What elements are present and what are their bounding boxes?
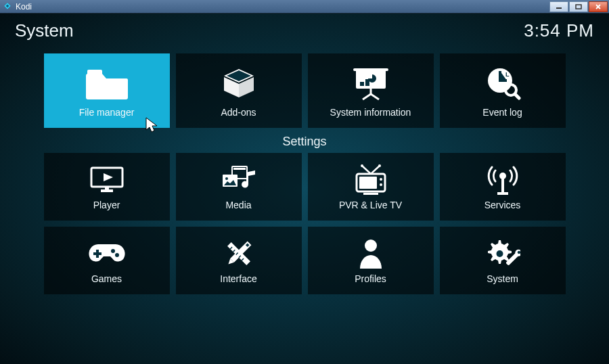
svg-rect-19 [105,187,109,189]
svg-point-33 [499,173,506,179]
tile-event-log[interactable]: L Event log [440,53,566,128]
svg-line-24 [362,166,371,174]
tile-label: Interface [220,273,256,284]
broadcast-icon [486,163,520,197]
window-titlebar: Kodi [0,0,609,14]
gear-wrench-icon [485,237,520,271]
monitor-play-icon [89,163,125,197]
tile-interface[interactable]: Interface [176,227,302,294]
svg-point-26 [361,164,363,167]
svg-point-49 [496,250,503,257]
page-title: System [15,20,74,41]
gamepad-icon [87,237,127,271]
svg-point-23 [225,177,228,180]
tile-label: System [487,273,518,284]
tile-label: Profiles [355,273,386,284]
tile-system[interactable]: System [440,227,566,294]
svg-point-30 [380,178,382,181]
tile-pvr-live-tv[interactable]: PVR & Live TV [308,153,434,221]
tile-label: Event log [482,107,522,118]
svg-rect-35 [497,192,508,195]
window-controls [549,1,608,12]
svg-line-9 [363,94,371,99]
svg-rect-29 [359,177,377,189]
tile-label: File manager [79,107,135,118]
tile-system-information[interactable]: System information [308,53,434,128]
svg-rect-12 [499,71,501,81]
tile-file-manager[interactable]: File manager [44,53,170,128]
app-surface: System 3:54 PM File manager [0,14,609,364]
svg-rect-37 [93,252,102,255]
svg-rect-34 [501,179,504,194]
svg-point-31 [380,183,382,186]
svg-rect-13 [499,79,507,82]
box-open-icon [220,64,258,103]
svg-point-48 [365,240,377,252]
app-icon [3,2,12,12]
svg-rect-32 [363,193,378,195]
tile-label: Games [91,273,122,284]
folder-icon [85,64,129,103]
minimize-button[interactable] [549,1,568,12]
svg-rect-18 [101,189,113,192]
svg-rect-7 [365,79,369,86]
tile-label: PVR & Live TV [339,200,402,210]
svg-point-39 [115,253,119,257]
svg-rect-21 [233,168,246,170]
svg-line-16 [515,94,519,98]
tile-player[interactable]: Player [44,153,170,221]
settings-heading: Settings [0,135,609,149]
media-collection-icon [219,163,259,197]
maximize-button[interactable] [569,1,588,12]
system-tiles: File manager Add-ons [0,53,609,128]
tile-add-ons[interactable]: Add-ons [176,53,302,128]
svg-rect-1 [576,5,581,9]
clock-search-icon: L [484,64,522,103]
svg-line-25 [371,166,380,174]
tile-label: Services [484,200,521,210]
pencil-ruler-icon [223,237,255,271]
tv-antenna-icon [353,163,389,197]
tile-profiles[interactable]: Profiles [308,227,434,294]
tile-label: Add-ons [221,107,256,118]
svg-point-38 [111,249,115,253]
window-title: Kodi [16,2,32,12]
svg-point-27 [378,164,381,167]
presentation-icon [352,64,390,103]
tile-label: Media [225,200,251,210]
tile-games[interactable]: Games [44,227,170,294]
svg-line-10 [371,94,379,99]
tile-services[interactable]: Services [440,153,566,221]
tile-label: System information [330,107,411,118]
svg-rect-6 [360,82,364,86]
tile-media[interactable]: Media [176,153,302,221]
clock: 3:54 PM [524,20,594,41]
settings-tiles: Player Media [0,153,609,294]
tile-label: Player [93,200,120,210]
close-button[interactable] [589,1,608,12]
person-icon [357,237,384,271]
svg-rect-5 [353,68,388,71]
svg-text:L: L [505,71,510,78]
